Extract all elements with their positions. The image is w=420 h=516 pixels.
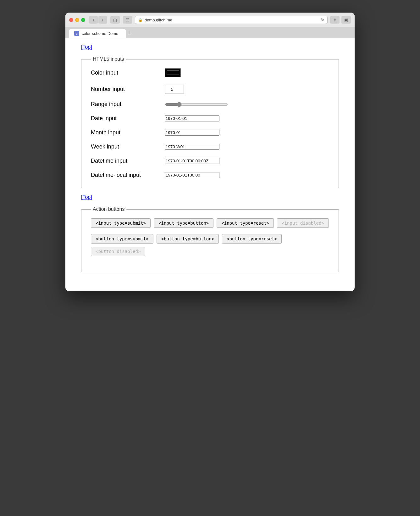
- address-bar[interactable]: 🔒 demo.glitch.me ↻: [135, 16, 328, 24]
- action-buttons-legend: Action buttons: [91, 206, 126, 212]
- datetime-local-input-label: Datetime-local input: [91, 172, 160, 178]
- week-input-row: Week input: [91, 143, 329, 150]
- browser-actions: ⇧ ▣: [330, 16, 351, 24]
- active-tab[interactable]: c color-scheme Demo: [69, 29, 126, 38]
- tab-title: color-scheme Demo: [82, 31, 118, 36]
- traffic-light-maximize[interactable]: [81, 18, 85, 22]
- lock-icon: 🔒: [138, 18, 143, 22]
- color-input[interactable]: [165, 68, 181, 77]
- forward-button[interactable]: ›: [98, 16, 107, 24]
- html5-inputs-fieldset: HTML5 inputs Color input Number input Ra…: [81, 56, 339, 188]
- input-disabled-button: <input disabled>: [277, 218, 329, 228]
- browser-window: ‹ › ▢ ☰ 🔒 demo.glitch.me ↻ ⇧ ▣ c color-s…: [65, 13, 355, 291]
- tabs-button[interactable]: ▣: [341, 16, 351, 24]
- traffic-lights: [69, 18, 85, 22]
- date-input[interactable]: [165, 115, 219, 121]
- month-input-row: Month input: [91, 129, 329, 136]
- range-input-row: Range input: [91, 101, 329, 108]
- new-tab-button[interactable]: +: [127, 30, 133, 36]
- menu-button[interactable]: ☰: [123, 16, 132, 24]
- browser-chrome: ‹ › ▢ ☰ 🔒 demo.glitch.me ↻ ⇧ ▣ c color-s…: [65, 13, 355, 38]
- button-submit-button[interactable]: <button type=submit>: [91, 234, 153, 244]
- action-buttons-fieldset: Action buttons <input type=submit> <inpu…: [81, 206, 339, 272]
- number-input[interactable]: [165, 85, 184, 93]
- input-reset-button[interactable]: <input type=reset>: [217, 218, 274, 228]
- color-input-row: Color input: [91, 68, 329, 77]
- sidebar-button[interactable]: ▢: [110, 16, 120, 24]
- traffic-light-close[interactable]: [69, 18, 73, 22]
- date-input-row: Date input: [91, 115, 329, 122]
- tab-favicon: c: [74, 31, 79, 36]
- date-input-label: Date input: [91, 115, 160, 122]
- month-input[interactable]: [165, 130, 219, 136]
- button-button-button[interactable]: <button type=button>: [157, 234, 219, 244]
- range-input[interactable]: [165, 102, 228, 107]
- range-input-label: Range input: [91, 101, 160, 108]
- button-buttons-grid: <button type=submit> <button type=button…: [91, 234, 329, 256]
- refresh-icon[interactable]: ↻: [321, 18, 324, 22]
- back-button[interactable]: ‹: [89, 16, 98, 24]
- button-disabled-button: <button disabled>: [91, 247, 145, 256]
- browser-toolbar: ‹ › ▢ ☰ 🔒 demo.glitch.me ↻ ⇧ ▣: [65, 13, 355, 27]
- page-content: [Top] HTML5 inputs Color input Number in…: [65, 38, 355, 291]
- nav-buttons: ‹ ›: [89, 16, 107, 24]
- input-submit-button[interactable]: <input type=submit>: [91, 218, 151, 228]
- button-reset-button[interactable]: <button type=reset>: [222, 234, 282, 244]
- share-button[interactable]: ⇧: [330, 16, 340, 24]
- traffic-light-minimize[interactable]: [75, 18, 79, 22]
- datetime-input-label: Datetime input: [91, 158, 160, 164]
- tab-bar: c color-scheme Demo +: [65, 27, 355, 38]
- top-link-bottom[interactable]: [Top]: [81, 194, 92, 200]
- datetime-local-input-row: Datetime-local input: [91, 172, 329, 178]
- number-input-row: Number input: [91, 85, 329, 93]
- datetime-input-row: Datetime input: [91, 158, 329, 164]
- input-button-button[interactable]: <input type=button>: [154, 218, 213, 228]
- input-buttons-grid: <input type=submit> <input type=button> …: [91, 218, 329, 228]
- datetime-input[interactable]: [165, 158, 219, 164]
- month-input-label: Month input: [91, 129, 160, 136]
- number-input-label: Number input: [91, 86, 160, 93]
- week-input[interactable]: [165, 144, 219, 150]
- top-link-top[interactable]: [Top]: [81, 44, 92, 50]
- week-input-label: Week input: [91, 143, 160, 150]
- color-input-label: Color input: [91, 70, 160, 76]
- html5-legend: HTML5 inputs: [91, 56, 126, 62]
- url-text: demo.glitch.me: [145, 18, 319, 22]
- datetime-local-input[interactable]: [165, 172, 219, 178]
